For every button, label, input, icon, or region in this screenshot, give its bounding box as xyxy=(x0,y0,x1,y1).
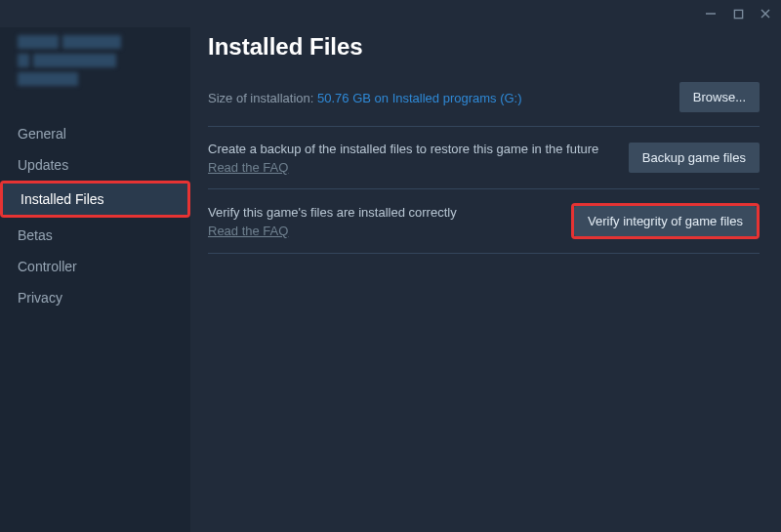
backup-button[interactable]: Backup game files xyxy=(629,143,760,173)
highlight-verify-button: Verify integrity of game files xyxy=(571,203,760,239)
size-value-link[interactable]: 50.76 GB on Installed programs (G:) xyxy=(317,91,522,105)
sidebar-title-blurred xyxy=(0,33,190,108)
body: General Updates Installed Files Betas Co… xyxy=(0,27,781,532)
svg-rect-1 xyxy=(734,10,742,18)
backup-desc: Create a backup of the installed files t… xyxy=(208,141,613,158)
window-root: General Updates Installed Files Betas Co… xyxy=(0,0,781,532)
maximize-button[interactable] xyxy=(730,6,746,21)
titlebar xyxy=(0,0,781,27)
minimize-button[interactable] xyxy=(703,6,719,21)
highlight-installed-files: Installed Files xyxy=(0,181,190,218)
sidebar-item-installed-files[interactable]: Installed Files xyxy=(3,184,187,215)
sidebar-item-betas[interactable]: Betas xyxy=(0,220,190,251)
size-label: Size of installation: xyxy=(208,91,317,105)
main-panel: Installed Files Size of installation: 50… xyxy=(190,27,781,532)
sidebar-item-updates[interactable]: Updates xyxy=(0,149,190,181)
verify-desc: Verify this game's files are installed c… xyxy=(208,204,555,222)
sidebar-item-controller[interactable]: Controller xyxy=(0,251,190,282)
row-size: Size of installation: 50.76 GB on Instal… xyxy=(208,78,760,127)
close-button[interactable] xyxy=(758,6,773,21)
verify-button[interactable]: Verify integrity of game files xyxy=(574,206,757,236)
sidebar: General Updates Installed Files Betas Co… xyxy=(0,27,190,532)
browse-button[interactable]: Browse... xyxy=(679,82,760,112)
sidebar-item-privacy[interactable]: Privacy xyxy=(0,282,190,313)
sidebar-nav: General Updates Installed Files Betas Co… xyxy=(0,118,190,313)
row-verify: Verify this game's files are installed c… xyxy=(208,189,760,254)
backup-faq-link[interactable]: Read the FAQ xyxy=(208,160,288,175)
page-title: Installed Files xyxy=(208,33,760,61)
verify-faq-link[interactable]: Read the FAQ xyxy=(208,224,288,238)
sidebar-item-general[interactable]: General xyxy=(0,118,190,149)
row-backup: Create a backup of the installed files t… xyxy=(208,127,760,189)
